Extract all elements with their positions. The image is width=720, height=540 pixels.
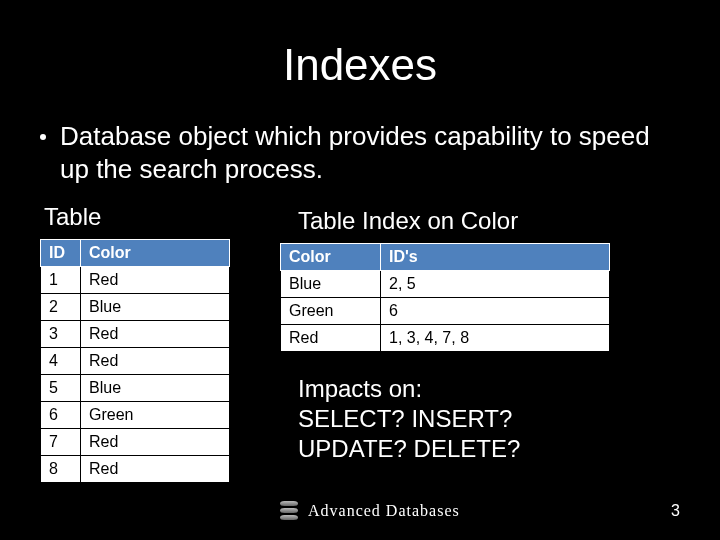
slide-title: Indexes <box>40 40 680 90</box>
cell: Red <box>81 321 230 348</box>
table-row: 5Blue <box>41 375 230 402</box>
right-table-label: Table Index on Color <box>280 207 680 235</box>
cell: Blue <box>81 375 230 402</box>
table-row: 1Red <box>41 267 230 294</box>
table-row: 4Red <box>41 348 230 375</box>
cell: Blue <box>281 271 381 298</box>
right-column: Table Index on Color Color ID's Blue2, 5… <box>280 203 680 483</box>
table-header-row: Color ID's <box>281 244 610 271</box>
bullet-item: Database object which provides capabilit… <box>40 120 680 185</box>
database-icon <box>280 501 298 520</box>
table-row: Red1, 3, 4, 7, 8 <box>281 325 610 352</box>
slide: Indexes Database object which provides c… <box>0 0 720 540</box>
impacts-line: UPDATE? DELETE? <box>298 434 680 464</box>
cell: Red <box>81 348 230 375</box>
page-number: 3 <box>671 502 680 520</box>
cell: 1, 3, 4, 7, 8 <box>381 325 610 352</box>
impacts-line: Impacts on: <box>298 374 680 404</box>
cell: Red <box>81 456 230 483</box>
index-table: Color ID's Blue2, 5 Green6 Red1, 3, 4, 7… <box>280 243 610 352</box>
table-header: ID's <box>381 244 610 271</box>
cell: 8 <box>41 456 81 483</box>
cell: 3 <box>41 321 81 348</box>
cell: 6 <box>41 402 81 429</box>
table-row: Green6 <box>281 298 610 325</box>
left-table-label: Table <box>40 203 240 231</box>
table-header: Color <box>81 240 230 267</box>
table-row: Blue2, 5 <box>281 271 610 298</box>
bullet-text: Database object which provides capabilit… <box>60 120 680 185</box>
impacts-text: Impacts on: SELECT? INSERT? UPDATE? DELE… <box>280 374 680 464</box>
cell: 6 <box>381 298 610 325</box>
left-column: Table ID Color 1Red 2Blue 3Red 4Red 5Blu… <box>40 203 240 483</box>
table-header: Color <box>281 244 381 271</box>
table-header: ID <box>41 240 81 267</box>
cell: 1 <box>41 267 81 294</box>
cell: 4 <box>41 348 81 375</box>
content-area: Table ID Color 1Red 2Blue 3Red 4Red 5Blu… <box>40 203 680 483</box>
cell: 7 <box>41 429 81 456</box>
cell: Green <box>81 402 230 429</box>
footer-left: Advanced Databases <box>280 501 460 520</box>
cell: Green <box>281 298 381 325</box>
table-row: 3Red <box>41 321 230 348</box>
slide-footer: Advanced Databases 3 <box>280 501 680 520</box>
cell: Blue <box>81 294 230 321</box>
footer-text: Advanced Databases <box>308 502 460 520</box>
table-row: 2Blue <box>41 294 230 321</box>
bullet-dot-icon <box>40 134 46 140</box>
cell: Red <box>81 267 230 294</box>
data-table: ID Color 1Red 2Blue 3Red 4Red 5Blue 6Gre… <box>40 239 230 483</box>
table-row: 7Red <box>41 429 230 456</box>
cell: 2 <box>41 294 81 321</box>
table-row: 8Red <box>41 456 230 483</box>
cell: 2, 5 <box>381 271 610 298</box>
cell: Red <box>281 325 381 352</box>
impacts-line: SELECT? INSERT? <box>298 404 680 434</box>
cell: 5 <box>41 375 81 402</box>
table-row: 6Green <box>41 402 230 429</box>
cell: Red <box>81 429 230 456</box>
table-header-row: ID Color <box>41 240 230 267</box>
